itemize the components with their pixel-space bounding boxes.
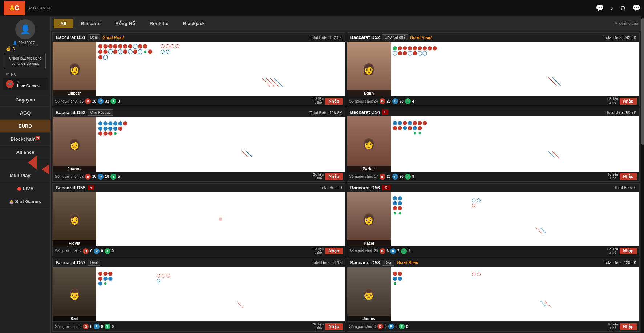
sidebar-item-euro[interactable]: EURO	[0, 120, 50, 133]
rc-button[interactable]: ✏ RC	[3, 70, 48, 78]
tab-all[interactable]: All	[54, 19, 73, 28]
svg-point-1	[98, 49, 102, 54]
nhap-button-d55[interactable]: Nhập	[325, 248, 343, 254]
sidebar-item-blockchain[interactable]: BlockchainN	[0, 133, 50, 146]
stats-icon-d57[interactable]: Số liệuu thố	[313, 323, 324, 330]
t-count-d53: 5	[118, 174, 120, 178]
svg-point-96	[472, 204, 475, 207]
dealer-name-d54: Parker	[347, 166, 391, 172]
music-icon[interactable]: ♪	[610, 4, 613, 12]
brand-text: ASIA GAMING	[28, 6, 52, 10]
card-body-d54: 👩 Parker	[347, 116, 640, 171]
tab-blackjack[interactable]: Blackjack	[177, 19, 211, 28]
settings-icon[interactable]: ⚙	[620, 4, 626, 12]
players-label-d57: Số người chơi: 0	[55, 325, 81, 329]
svg-point-59	[118, 121, 122, 125]
svg-point-63	[118, 127, 122, 131]
svg-point-99	[98, 272, 102, 276]
svg-point-71	[408, 121, 412, 125]
message-icon[interactable]: 💬	[632, 4, 640, 12]
players-label-d54: Số người chơi: 17	[349, 174, 378, 178]
card-footer-d54: Số người chơi: 17 B 26 P 26 T 9 Số liệuu…	[347, 172, 640, 181]
stats-icon-d53[interactable]: Số liệuu thố	[313, 173, 324, 180]
tab-baccarat[interactable]: Baccarat	[74, 19, 108, 28]
svg-point-34	[398, 46, 402, 50]
svg-point-16	[103, 55, 107, 59]
t-count-d56: 1	[408, 249, 410, 253]
svg-point-25	[171, 44, 174, 48]
svg-point-79	[418, 126, 422, 130]
svg-point-15	[148, 49, 152, 54]
nhap-button-d56[interactable]: Nhập	[620, 248, 637, 254]
svg-point-78	[418, 121, 422, 125]
stats-icon-d51[interactable]: Số liệuu thố	[313, 97, 324, 105]
live-games-label: Live Games	[17, 84, 40, 88]
scrollbar[interactable]	[641, 16, 644, 333]
games-grid: Baccarat D51 Deal Good Road Total Bets: …	[51, 31, 641, 333]
nhap-button-d54[interactable]: Nhập	[620, 173, 637, 180]
sidebar-item-agq[interactable]: AGQ	[0, 107, 50, 120]
p-count-d52: 23	[400, 99, 404, 103]
svg-point-2	[98, 55, 102, 59]
svg-point-26	[176, 44, 179, 48]
svg-point-47	[418, 51, 422, 55]
stats-icon-d55[interactable]: Số liệuu thố	[313, 248, 324, 255]
badge-p-d52: P	[392, 98, 398, 104]
svg-point-93	[398, 212, 401, 214]
topbar: AG ASIA GAMING 💬 ♪ ⚙ 💬	[0, 0, 644, 16]
badge-b-d54: B	[380, 174, 385, 180]
badge-b-d51: B	[85, 98, 91, 104]
live-games-button[interactable]: 🎮 9 Live Games	[3, 78, 48, 90]
dealer-photo-d55: 👩 Flovia	[53, 192, 96, 246]
nhap-button-d57[interactable]: Nhập	[325, 323, 343, 330]
total-bets-d53: Total Bets: 128.6K	[309, 111, 342, 115]
dealer-photo-d56: 👩 Hazel	[347, 192, 391, 246]
card-footer-d52: Số người chơi: 24 B 25 P 23 T 4 Số liệuu…	[347, 96, 640, 106]
t-count-d54: 9	[412, 174, 414, 178]
card-status-d58: Deal	[382, 260, 395, 266]
badge-b-d53: B	[85, 174, 91, 180]
sidebar-item-live[interactable]: 🔴 LIVE	[0, 182, 50, 195]
tab-roulette[interactable]: Roulette	[143, 19, 175, 28]
svg-point-56	[108, 127, 112, 131]
svg-point-45	[393, 51, 397, 55]
svg-point-24	[166, 44, 169, 48]
svg-line-32	[275, 78, 283, 87]
svg-point-82	[418, 132, 421, 135]
dealer-name-d52: Edith	[347, 90, 391, 96]
nhap-button-d53[interactable]: Nhập	[325, 173, 343, 180]
card-header-d56: Baccarat D56 12 Total Bets: 0	[347, 184, 640, 192]
svg-point-35	[398, 51, 402, 55]
stats-icon-d56[interactable]: Số liệuu thố	[607, 248, 618, 255]
sidebar-item-alliance[interactable]: Alliance	[0, 146, 50, 159]
svg-point-113	[398, 272, 402, 276]
nhap-button-d52[interactable]: Nhập	[620, 98, 637, 105]
card-footer-d53: Số người chơi: 32 B 16 P 18 T 5 Số liệuu…	[53, 172, 345, 181]
svg-point-18	[118, 49, 122, 54]
badge-t-d52: T	[405, 98, 411, 104]
b-count-d57: 0	[90, 325, 92, 329]
svg-point-13	[138, 44, 142, 48]
card-body-d56: 👩 Hazel	[347, 192, 640, 246]
road-area-d56	[391, 192, 640, 246]
sidebar-item-slot[interactable]: 🎰 Slot Games	[0, 195, 50, 208]
nhap-button-d58[interactable]: Nhập	[620, 323, 637, 330]
main: 👤 👤 02p10077... 💰 0 Credit low, top up t…	[0, 16, 644, 333]
svg-point-68	[393, 121, 397, 125]
stats-icon-d52[interactable]: Số liệuu thố	[607, 97, 618, 105]
svg-point-102	[108, 272, 112, 276]
road-area-d54	[391, 116, 640, 171]
svg-point-53	[103, 121, 107, 125]
card-title-d53: Baccarat D53	[56, 110, 85, 115]
balance: 💰 0	[3, 45, 48, 52]
svg-line-31	[270, 78, 279, 87]
stats-icon-d54[interactable]: Số liệuu thố	[607, 173, 618, 180]
svg-point-62	[108, 132, 112, 136]
nhap-button-d51[interactable]: Nhập	[325, 98, 343, 105]
p-count-d57: 0	[101, 325, 103, 329]
svg-point-87	[393, 201, 397, 205]
sidebar-item-cagayan[interactable]: Cagayan	[0, 93, 50, 107]
chat-icon[interactable]: 💬	[596, 4, 604, 12]
stats-icon-d58[interactable]: Số liệuu thố	[607, 323, 618, 330]
tab-rong-ho[interactable]: Rồng Hổ	[109, 19, 142, 28]
